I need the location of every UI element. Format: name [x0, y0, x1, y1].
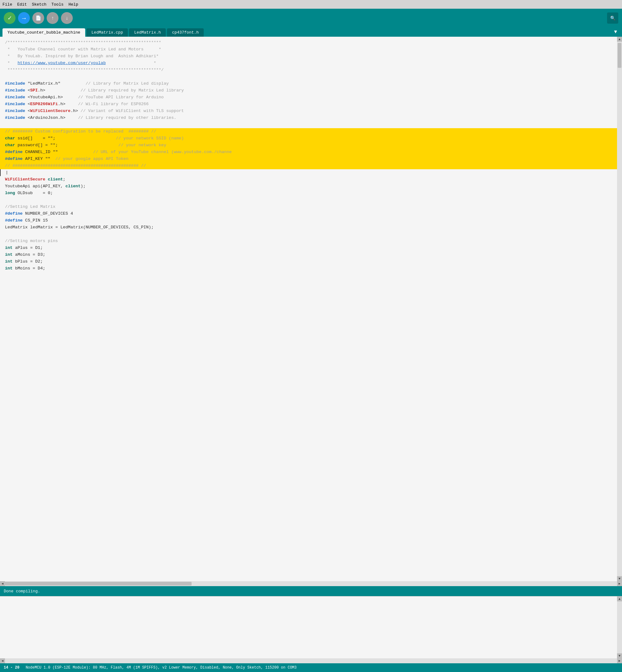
code-line: #include <SPI.h> // Library required by …	[0, 87, 617, 94]
code-line: * https://www.youtube.com/user/youlab *	[0, 60, 617, 67]
code-line: LedMatrix ledMatrix = LedMatrix(NUMBER_O…	[0, 224, 617, 231]
h-scrollbar-output[interactable]: ◀ ▶	[0, 658, 622, 663]
output-bar: Done compiling.	[0, 586, 622, 596]
code-line	[0, 285, 617, 293]
output-scroll-down[interactable]: ▼	[617, 653, 622, 658]
tabs-bar: Youtube_counter_bubble_machine LedMatrix…	[0, 27, 622, 37]
h-scroll-right-arrow[interactable]: ▶	[617, 581, 622, 586]
code-line: int aMoins = D3;	[0, 251, 617, 258]
code-line: ****************************************…	[0, 67, 617, 73]
code-line: #define NUMBER_OF_DEVICES 4	[0, 210, 617, 217]
h-scroll-left-arrow[interactable]: ◀	[0, 581, 5, 586]
code-line	[0, 293, 617, 299]
code-line	[0, 306, 617, 313]
code-line	[0, 347, 617, 354]
code-line: #include <WiFiClientSecure.h> // Variant…	[0, 108, 617, 114]
title-bar: File Edit Sketch Tools Help	[0, 0, 622, 9]
verify-button[interactable]: ✓	[4, 12, 15, 24]
code-line-highlighted: #define API_KEY "" // your google apps A…	[0, 156, 617, 162]
code-line: #include <ESP8266WiFi.h> // Wi-Fi librar…	[0, 101, 617, 108]
scroll-up-arrow[interactable]: ▲	[617, 37, 622, 42]
save-button[interactable]: ↓	[61, 12, 73, 24]
code-line	[0, 231, 617, 238]
cursor-position: 14 - 20	[4, 666, 19, 670]
code-line-highlighted: char password[] = ""; // your network ke…	[0, 142, 617, 149]
editor-container: /***************************************…	[0, 37, 622, 581]
code-line: #include <ArduinoJson.h> // Library requ…	[0, 114, 617, 121]
code-line-highlighted: // ######## Custom configuration to be r…	[0, 128, 617, 135]
code-line: int bPlus = D2;	[0, 258, 617, 265]
search-button[interactable]: 🔍	[607, 12, 618, 24]
code-line	[0, 313, 617, 320]
output-h-scroll-right[interactable]: ▶	[617, 658, 622, 663]
menu-file[interactable]: File	[2, 2, 12, 7]
board-info: NodeMCU 1.0 (ESP-12E Module): 80 MHz, Fl…	[26, 666, 297, 670]
code-line	[0, 279, 617, 285]
h-scrollbar-editor[interactable]: ◀ ▶	[0, 581, 622, 586]
output-status-text: Done compiling.	[4, 589, 40, 594]
code-line: /***************************************…	[0, 39, 617, 46]
tab-youtube-counter[interactable]: Youtube_counter_bubble_machine	[2, 28, 85, 37]
code-line	[0, 327, 617, 334]
output-panel-scrollbar[interactable]: ▲ ▼	[617, 596, 622, 658]
tab-ledmatrix-h[interactable]: LedMatrix.h	[129, 28, 166, 37]
code-line: |	[0, 169, 617, 176]
menu-sketch[interactable]: Sketch	[32, 2, 46, 7]
tab-ledmatrix-cpp[interactable]: LedMatrix.cpp	[87, 28, 128, 37]
code-line: #include "LedMatrix.h" // Library for Ma…	[0, 80, 617, 87]
output-h-scroll-left[interactable]: ◀	[0, 658, 5, 663]
menu-bar: File Edit Sketch Tools Help	[2, 2, 78, 7]
code-line	[0, 121, 617, 128]
code-line-highlighted: #define CHANNEL_ID "" // URL of your You…	[0, 149, 617, 156]
code-line: #define CS_PIN 15	[0, 217, 617, 224]
code-editor[interactable]: /***************************************…	[0, 37, 617, 581]
code-line	[0, 340, 617, 347]
code-line	[0, 320, 617, 327]
code-line: WiFiClientSecure client;	[0, 176, 617, 183]
code-line: YoutubeApi api(API_KEY, client);	[0, 183, 617, 190]
code-line-highlighted: // #####################################…	[0, 162, 617, 169]
code-line-highlighted: char ssid[] = ""; // your network SSID (…	[0, 135, 617, 142]
code-line: int aPlus = D1;	[0, 244, 617, 251]
menu-tools[interactable]: Tools	[51, 2, 63, 7]
new-button[interactable]: 📄	[32, 12, 44, 24]
code-line	[0, 299, 617, 306]
code-line	[0, 73, 617, 80]
code-line: //Setting Led Matrix	[0, 203, 617, 210]
code-line	[0, 197, 617, 203]
code-line	[0, 272, 617, 279]
h-scroll-thumb[interactable]	[5, 582, 192, 585]
menu-help[interactable]: Help	[68, 2, 78, 7]
output-scroll-up[interactable]: ▲	[617, 596, 622, 601]
toolbar: ✓ → 📄 ↑ ↓ 🔍	[0, 9, 622, 27]
code-line: int bMoins = D4;	[0, 265, 617, 272]
scroll-down-arrow[interactable]: ▼	[617, 576, 622, 581]
menu-edit[interactable]: Edit	[17, 2, 27, 7]
h-scroll-track[interactable]	[5, 581, 617, 586]
code-line: * YouTube Channel counter with Matrix Le…	[0, 46, 617, 53]
output-panel: ▲ ▼	[0, 596, 622, 658]
code-line: long OLDsub = 0;	[0, 190, 617, 197]
scroll-thumb[interactable]	[618, 43, 621, 68]
output-h-scroll-track[interactable]	[5, 658, 617, 663]
upload-button[interactable]: →	[18, 12, 30, 24]
code-line: #include <YoutubeApi.h> // YouTube API L…	[0, 94, 617, 101]
tab-arrow[interactable]: ▼	[612, 27, 620, 37]
status-bar: 14 - 20 NodeMCU 1.0 (ESP-12E Module): 80…	[0, 663, 622, 672]
tab-cp437font-h[interactable]: cp437font.h	[167, 28, 204, 37]
code-line	[0, 334, 617, 340]
code-line: //Setting motors pins	[0, 238, 617, 244]
vertical-scrollbar[interactable]: ▲ ▼	[617, 37, 622, 581]
code-line: * By YouLab. Inspired by Brian Lough and…	[0, 53, 617, 60]
code-content: /***************************************…	[0, 37, 617, 357]
open-button[interactable]: ↑	[47, 12, 59, 24]
